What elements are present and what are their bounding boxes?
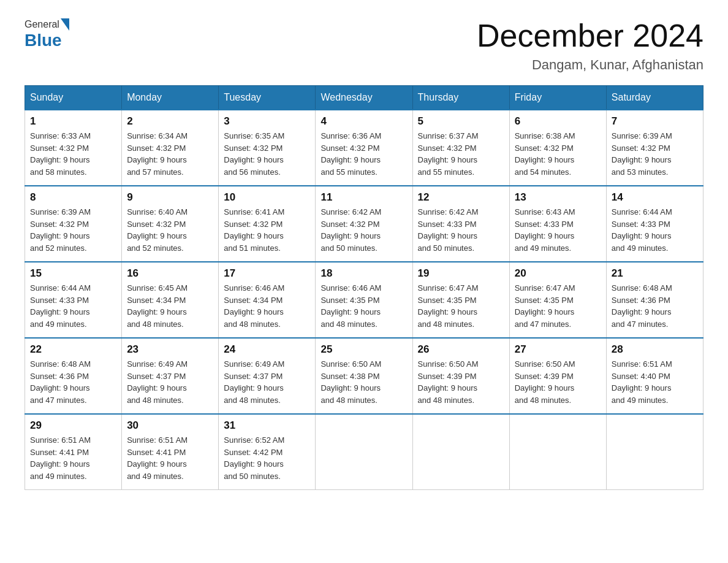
calendar-cell: 13Sunrise: 6:43 AMSunset: 4:33 PMDayligh… [509,186,606,262]
calendar-week-row: 1Sunrise: 6:33 AMSunset: 4:32 PMDaylight… [25,110,703,186]
weekday-header-monday: Monday [122,86,219,110]
page-header: General Blue December 2024 Dangam, Kunar… [25,18,703,73]
location-subtitle: Dangam, Kunar, Afghanistan [477,57,703,73]
day-number: 17 [224,267,310,280]
day-info: Sunrise: 6:40 AMSunset: 4:32 PMDaylight:… [127,206,213,254]
day-number: 2 [127,115,213,128]
day-info: Sunrise: 6:50 AMSunset: 4:39 PMDaylight:… [418,358,504,406]
day-info: Sunrise: 6:48 AMSunset: 4:36 PMDaylight:… [30,358,116,406]
day-info: Sunrise: 6:49 AMSunset: 4:37 PMDaylight:… [224,358,310,406]
calendar-cell: 23Sunrise: 6:49 AMSunset: 4:37 PMDayligh… [122,338,219,414]
day-number: 5 [418,115,504,128]
day-info: Sunrise: 6:45 AMSunset: 4:34 PMDaylight:… [127,282,213,330]
day-number: 26 [418,343,504,356]
day-info: Sunrise: 6:51 AMSunset: 4:40 PMDaylight:… [612,358,698,406]
day-number: 22 [30,343,116,356]
day-info: Sunrise: 6:50 AMSunset: 4:38 PMDaylight:… [320,358,407,406]
day-number: 25 [320,343,407,356]
day-info: Sunrise: 6:41 AMSunset: 4:32 PMDaylight:… [224,206,310,254]
calendar-cell: 25Sunrise: 6:50 AMSunset: 4:38 PMDayligh… [316,338,412,414]
calendar-cell: 6Sunrise: 6:38 AMSunset: 4:32 PMDaylight… [509,110,606,186]
weekday-header-wednesday: Wednesday [316,86,412,110]
day-number: 9 [127,191,213,204]
day-number: 28 [612,343,698,356]
day-info: Sunrise: 6:48 AMSunset: 4:36 PMDaylight:… [612,282,698,330]
day-info: Sunrise: 6:47 AMSunset: 4:35 PMDaylight:… [418,282,504,330]
calendar-cell: 3Sunrise: 6:35 AMSunset: 4:32 PMDaylight… [219,110,316,186]
calendar-cell: 19Sunrise: 6:47 AMSunset: 4:35 PMDayligh… [412,262,509,338]
weekday-header-sunday: Sunday [25,86,122,110]
day-number: 6 [515,115,601,128]
calendar-week-row: 8Sunrise: 6:39 AMSunset: 4:32 PMDaylight… [25,186,703,262]
day-info: Sunrise: 6:44 AMSunset: 4:33 PMDaylight:… [30,282,116,330]
day-number: 12 [418,191,504,204]
weekday-header-tuesday: Tuesday [219,86,316,110]
day-number: 3 [224,115,310,128]
calendar-week-row: 22Sunrise: 6:48 AMSunset: 4:36 PMDayligh… [25,338,703,414]
calendar-cell: 4Sunrise: 6:36 AMSunset: 4:32 PMDaylight… [316,110,412,186]
day-number: 27 [515,343,601,356]
calendar-cell: 20Sunrise: 6:47 AMSunset: 4:35 PMDayligh… [509,262,606,338]
calendar-cell: 22Sunrise: 6:48 AMSunset: 4:36 PMDayligh… [25,338,122,414]
day-number: 7 [612,115,698,128]
day-number: 31 [224,419,310,432]
day-number: 21 [612,267,698,280]
day-number: 8 [30,191,116,204]
day-number: 24 [224,343,310,356]
day-info: Sunrise: 6:43 AMSunset: 4:33 PMDaylight:… [515,206,601,254]
day-info: Sunrise: 6:44 AMSunset: 4:33 PMDaylight:… [612,206,698,254]
calendar-cell: 15Sunrise: 6:44 AMSunset: 4:33 PMDayligh… [25,262,122,338]
calendar-cell: 1Sunrise: 6:33 AMSunset: 4:32 PMDaylight… [25,110,122,186]
day-info: Sunrise: 6:47 AMSunset: 4:35 PMDaylight:… [515,282,601,330]
day-info: Sunrise: 6:35 AMSunset: 4:32 PMDaylight:… [224,130,310,178]
day-number: 11 [320,191,407,204]
calendar-week-row: 15Sunrise: 6:44 AMSunset: 4:33 PMDayligh… [25,262,703,338]
weekday-header-friday: Friday [509,86,606,110]
calendar-cell: 2Sunrise: 6:34 AMSunset: 4:32 PMDaylight… [122,110,219,186]
day-number: 19 [418,267,504,280]
weekday-header-thursday: Thursday [412,86,509,110]
calendar-cell [412,414,509,490]
calendar-cell: 12Sunrise: 6:42 AMSunset: 4:33 PMDayligh… [412,186,509,262]
day-number: 15 [30,267,116,280]
calendar-cell: 18Sunrise: 6:46 AMSunset: 4:35 PMDayligh… [316,262,412,338]
day-number: 14 [612,191,698,204]
day-info: Sunrise: 6:51 AMSunset: 4:41 PMDaylight:… [127,434,213,482]
calendar-cell: 21Sunrise: 6:48 AMSunset: 4:36 PMDayligh… [606,262,703,338]
calendar-cell: 8Sunrise: 6:39 AMSunset: 4:32 PMDaylight… [25,186,122,262]
calendar-cell [509,414,606,490]
calendar-cell: 30Sunrise: 6:51 AMSunset: 4:41 PMDayligh… [122,414,219,490]
day-info: Sunrise: 6:46 AMSunset: 4:34 PMDaylight:… [224,282,310,330]
calendar-cell: 11Sunrise: 6:42 AMSunset: 4:32 PMDayligh… [316,186,412,262]
calendar-cell: 16Sunrise: 6:45 AMSunset: 4:34 PMDayligh… [122,262,219,338]
logo-blue-text: Blue [25,31,62,50]
day-info: Sunrise: 6:34 AMSunset: 4:32 PMDaylight:… [127,130,213,178]
day-info: Sunrise: 6:39 AMSunset: 4:32 PMDaylight:… [612,130,698,178]
day-info: Sunrise: 6:38 AMSunset: 4:32 PMDaylight:… [515,130,601,178]
day-info: Sunrise: 6:42 AMSunset: 4:33 PMDaylight:… [418,206,504,254]
calendar-week-row: 29Sunrise: 6:51 AMSunset: 4:41 PMDayligh… [25,414,703,490]
day-number: 18 [320,267,407,280]
day-info: Sunrise: 6:52 AMSunset: 4:42 PMDaylight:… [224,434,310,482]
day-number: 23 [127,343,213,356]
logo-general-text: General [25,19,59,30]
calendar-cell [606,414,703,490]
day-info: Sunrise: 6:37 AMSunset: 4:32 PMDaylight:… [418,130,504,178]
day-info: Sunrise: 6:36 AMSunset: 4:32 PMDaylight:… [320,130,407,178]
day-number: 13 [515,191,601,204]
day-info: Sunrise: 6:49 AMSunset: 4:37 PMDaylight:… [127,358,213,406]
day-number: 29 [30,419,116,432]
logo: General Blue [25,18,70,50]
calendar-cell: 24Sunrise: 6:49 AMSunset: 4:37 PMDayligh… [219,338,316,414]
day-info: Sunrise: 6:39 AMSunset: 4:32 PMDaylight:… [30,206,116,254]
day-number: 30 [127,419,213,432]
day-info: Sunrise: 6:46 AMSunset: 4:35 PMDaylight:… [320,282,407,330]
day-number: 10 [224,191,310,204]
title-section: December 2024 Dangam, Kunar, Afghanistan [477,18,703,73]
day-number: 16 [127,267,213,280]
calendar-cell: 5Sunrise: 6:37 AMSunset: 4:32 PMDaylight… [412,110,509,186]
weekday-header-saturday: Saturday [606,86,703,110]
calendar-cell [316,414,412,490]
calendar-cell: 28Sunrise: 6:51 AMSunset: 4:40 PMDayligh… [606,338,703,414]
calendar-cell: 17Sunrise: 6:46 AMSunset: 4:34 PMDayligh… [219,262,316,338]
